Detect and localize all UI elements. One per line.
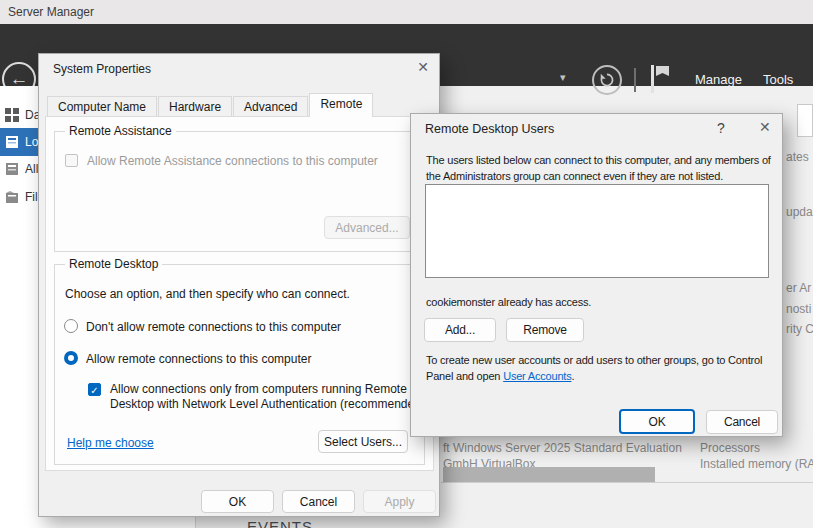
- checkmark-icon: ✓: [90, 385, 98, 396]
- tab-hardware[interactable]: Hardware: [158, 96, 232, 117]
- processors-label: Processors: [700, 441, 760, 455]
- description-line1: The users listed below can connect to th…: [426, 152, 771, 168]
- remove-button[interactable]: Remove: [506, 318, 584, 342]
- apply-button[interactable]: Apply: [363, 490, 436, 513]
- remote-desktop-intro: Choose an option, and then specify who c…: [65, 287, 350, 301]
- user-accounts-link[interactable]: User Accounts: [503, 370, 571, 382]
- remote-assistance-group: Remote Assistance Allow Remote Assistanc…: [54, 131, 425, 252]
- add-button[interactable]: Add...: [424, 318, 496, 342]
- deny-remote-radio[interactable]: [64, 319, 78, 333]
- window-title: Server Manager: [8, 5, 94, 19]
- dialog-title: System Properties: [53, 62, 151, 76]
- footer-line2: Panel and open User Accounts.: [426, 368, 574, 384]
- panel-corner: [797, 104, 813, 137]
- tab-remote[interactable]: Remote: [309, 93, 373, 117]
- properties-fragment: nosti: [786, 302, 811, 316]
- properties-fragment: rity C: [786, 322, 813, 336]
- dashboard-grid-icon: [5, 108, 19, 122]
- refresh-button[interactable]: [592, 65, 622, 95]
- remote-assistance-checkbox-label: Allow Remote Assistance connections to t…: [87, 154, 378, 168]
- refresh-icon: [599, 72, 615, 88]
- properties-fragment: upda: [786, 205, 813, 219]
- file-storage-icon: [5, 190, 19, 204]
- server-manager-window: Server Manager ← → Server Manager › Loca…: [0, 0, 813, 528]
- header-separator: [634, 68, 636, 92]
- remote-tab-page: Remote Assistance Allow Remote Assistanc…: [45, 116, 434, 471]
- group-label: Remote Desktop: [65, 257, 162, 271]
- tab-advanced[interactable]: Advanced: [233, 96, 308, 117]
- installed-memory-label: Installed memory (RAM: [700, 457, 813, 471]
- footer-line1: To create new user accounts or add users…: [426, 352, 762, 368]
- remote-desktop-group: Remote Desktop Choose an option, and the…: [54, 264, 425, 465]
- remote-assistance-checkbox[interactable]: [65, 154, 78, 167]
- close-icon[interactable]: ✕: [417, 59, 429, 75]
- deny-remote-radio-label: Don't allow remote connections to this c…: [86, 320, 341, 334]
- ok-button[interactable]: OK: [201, 490, 274, 513]
- help-me-choose-link[interactable]: Help me choose: [67, 436, 154, 450]
- dialog-title: Remote Desktop Users: [425, 122, 554, 136]
- footer-line2-text: Panel and open: [426, 370, 503, 382]
- scrollbar-track-line: [441, 482, 813, 483]
- help-icon[interactable]: ?: [717, 120, 725, 136]
- window-titlebar: Server Manager: [0, 0, 813, 24]
- close-icon[interactable]: ✕: [759, 119, 771, 135]
- advanced-button[interactable]: Advanced...: [324, 216, 410, 239]
- tab-bar: Computer Name Hardware Advanced Remote: [47, 93, 374, 117]
- nla-label-line1: Allow connections only from computers ru…: [110, 382, 425, 397]
- nla-checkbox-label: Allow connections only from computers ru…: [110, 382, 425, 412]
- os-version-text: ft Windows Server 2025 Standard Evaluati…: [443, 441, 682, 455]
- menu-tools[interactable]: Tools: [763, 72, 793, 87]
- horizontal-scrollbar-thumb[interactable]: [443, 467, 655, 482]
- users-listbox[interactable]: [425, 184, 769, 278]
- allow-remote-radio[interactable]: [64, 351, 78, 365]
- description-line2: the Administrators group can connect eve…: [426, 168, 723, 184]
- properties-fragment: ates: [786, 150, 809, 164]
- sidebar-item-label: All: [25, 162, 38, 176]
- remote-desktop-users-dialog: Remote Desktop Users ? ✕ The users liste…: [410, 113, 783, 437]
- system-properties-dialog: System Properties ✕ Computer Name Hardwa…: [38, 53, 440, 517]
- tab-computer-name[interactable]: Computer Name: [47, 96, 157, 117]
- flag-icon: [648, 63, 672, 95]
- group-label: Remote Assistance: [65, 124, 176, 138]
- cancel-button[interactable]: Cancel: [706, 410, 778, 434]
- menu-manage[interactable]: Manage: [695, 72, 742, 87]
- access-note: cookiemonster already has access.: [426, 294, 591, 310]
- nla-checkbox[interactable]: ✓: [88, 383, 101, 396]
- properties-fragment: er Ar: [786, 281, 811, 295]
- nla-label-line2: Desktop with Network Level Authenticatio…: [110, 397, 425, 412]
- allow-remote-radio-label: Allow remote connections to this compute…: [86, 352, 311, 366]
- servers-icon: [5, 162, 19, 176]
- ok-button[interactable]: OK: [619, 409, 695, 434]
- select-users-button[interactable]: Select Users...: [318, 430, 408, 453]
- footer-line2-period: .: [571, 370, 574, 382]
- cancel-button[interactable]: Cancel: [282, 490, 355, 513]
- server-icon: [5, 135, 19, 149]
- chevron-down-icon[interactable]: ▾: [560, 71, 566, 84]
- events-section-heading: EVENTS: [247, 518, 313, 528]
- notifications-flag-button[interactable]: [648, 63, 672, 95]
